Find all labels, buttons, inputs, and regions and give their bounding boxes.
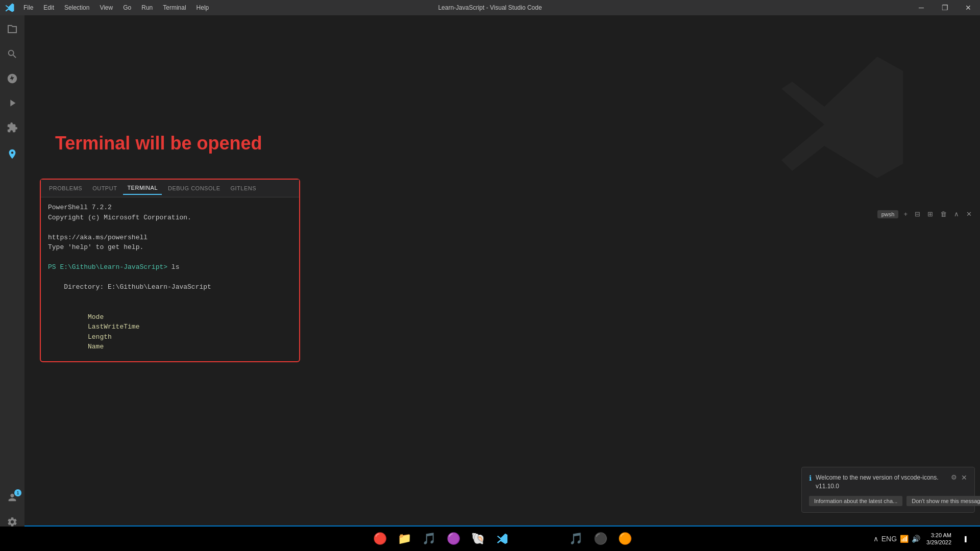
- terminal-tab-bar: PROBLEMS OUTPUT TERMINAL DEBUG CONSOLE G…: [41, 180, 299, 197]
- search-icon[interactable]: [0, 42, 24, 66]
- close-button[interactable]: ✕: [957, 0, 980, 15]
- activity-bar: 1: [0, 15, 24, 538]
- notif-buttons: Information about the latest cha... Don'…: [809, 496, 967, 506]
- term-line-empty2: [48, 292, 292, 303]
- accounts-icon[interactable]: 1: [0, 485, 24, 510]
- taskbar-app8[interactable]: 🗂: [540, 528, 562, 550]
- taskbar-vscode[interactable]: [491, 528, 513, 550]
- window-title: Learn-JavaScript - Visual Studio Code: [438, 4, 542, 11]
- menu-help[interactable]: Help: [191, 2, 214, 13]
- shell-label[interactable]: pwsh: [877, 210, 899, 218]
- sys-tray-volume[interactable]: 🔊: [912, 535, 920, 543]
- taskbar-brave[interactable]: 🔴: [369, 528, 391, 550]
- term-line-dir: Directory: E:\Github\Learn-JavaScript: [48, 282, 292, 292]
- clock-date: 3/29/2022: [926, 539, 951, 546]
- terminal-panel: PROBLEMS OUTPUT TERMINAL DEBUG CONSOLE G…: [40, 179, 300, 362]
- sys-tray-chevron[interactable]: ∧: [873, 535, 878, 543]
- term-line-5: Type 'help' to get help.: [48, 242, 292, 253]
- clock-time: 3:20 AM: [926, 532, 951, 539]
- taskbar-explorer[interactable]: 📁: [393, 528, 415, 550]
- notif-dismiss-button[interactable]: Don't show me this message next ...: [906, 496, 980, 506]
- notification-popup: ℹ Welcome to the new version of vscode-i…: [801, 467, 975, 513]
- term-line-6: [48, 253, 292, 263]
- remote-explorer-icon[interactable]: [0, 142, 24, 166]
- extensions-icon[interactable]: [0, 115, 24, 140]
- panel-layout-button[interactable]: ⊞: [925, 209, 935, 219]
- tab-output[interactable]: OUTPUT: [88, 182, 121, 194]
- menu-selection[interactable]: Selection: [59, 2, 94, 13]
- notif-close-button[interactable]: ✕: [961, 473, 967, 482]
- notif-header: ℹ Welcome to the new version of vscode-i…: [809, 473, 967, 491]
- sys-tray-wifi[interactable]: 📶: [900, 535, 909, 543]
- taskbar-notion[interactable]: 🗒: [516, 528, 538, 550]
- titlebar-left: File Edit Selection View Go Run Terminal…: [4, 2, 214, 13]
- menu-run[interactable]: Run: [136, 2, 158, 13]
- taskbar-right: ∧ ENG 📶 🔊 3:20 AM 3/29/2022 ▐: [873, 528, 976, 550]
- menu-go[interactable]: Go: [118, 2, 136, 13]
- term-line-1: PowerShell 7.2.2: [48, 203, 292, 213]
- term-line-empty: [48, 272, 292, 283]
- explorer-icon[interactable]: [0, 17, 24, 42]
- terminal-toolbar: pwsh + ⊟ ⊞ 🗑 ∧ ✕: [877, 209, 974, 219]
- taskbar-music[interactable]: 🎵: [565, 528, 587, 550]
- tab-debug-console[interactable]: DEBUG CONSOLE: [164, 182, 224, 194]
- sys-tray-lang[interactable]: ENG: [881, 535, 897, 543]
- editor-area: Terminal will be opened PROBLEMS OUTPUT …: [24, 15, 980, 538]
- taskbar-spotify[interactable]: 🎵: [418, 528, 440, 550]
- main-layout: 1 Terminal will be opened PROBLEMS OUTPU…: [0, 15, 980, 538]
- taskbar: ⊞ 🔴 📁 🎵 🟣 🐚 🗒 🗂 🎵 ⚫ 🟠 ∧ ENG 📶 🔊 3:20 AM …: [0, 527, 980, 551]
- split-terminal-button[interactable]: ⊟: [913, 209, 922, 219]
- maximize-button[interactable]: ❐: [933, 0, 957, 15]
- tab-terminal[interactable]: TERMINAL: [123, 182, 162, 195]
- titlebar-menu: File Edit Selection View Go Run Terminal…: [18, 2, 214, 13]
- maximize-panel-button[interactable]: ∧: [952, 209, 961, 219]
- accounts-badge: 1: [14, 489, 21, 496]
- menu-terminal[interactable]: Terminal: [158, 2, 191, 13]
- term-line-2: Copyright (c) Microsoft Corporation.: [48, 213, 292, 223]
- close-panel-button[interactable]: ✕: [964, 209, 974, 219]
- menu-edit[interactable]: Edit: [38, 2, 59, 13]
- run-debug-icon[interactable]: [0, 91, 24, 115]
- notif-info-icon: ℹ: [809, 474, 812, 482]
- show-desktop-button[interactable]: ▐: [953, 528, 976, 550]
- add-terminal-button[interactable]: +: [901, 209, 910, 219]
- vscode-watermark: [766, 41, 919, 194]
- taskbar-terminal[interactable]: 🐚: [467, 528, 489, 550]
- notif-info-button[interactable]: Information about the latest cha...: [809, 496, 902, 506]
- term-line-4: https://aka.ms/powershell: [48, 233, 292, 243]
- minimize-button[interactable]: ─: [910, 0, 933, 15]
- tab-gitlens[interactable]: GITLENS: [226, 182, 260, 194]
- taskbar-app4[interactable]: 🟣: [442, 528, 464, 550]
- menu-view[interactable]: View: [94, 2, 118, 13]
- menu-file[interactable]: File: [18, 2, 38, 13]
- notif-message: Welcome to the new version of vscode-ico…: [816, 473, 947, 491]
- sys-tray: ∧ ENG 📶 🔊: [873, 535, 920, 543]
- titlebar: File Edit Selection View Go Run Terminal…: [0, 0, 980, 15]
- notif-gear-icon[interactable]: ⚙: [951, 473, 957, 481]
- start-button[interactable]: ⊞: [344, 528, 366, 550]
- term-line-cmd: PS E:\Github\Learn-JavaScript> ls: [48, 262, 292, 272]
- term-table-header: Mode LastWriteTime Length Name: [48, 302, 292, 361]
- terminal-content[interactable]: PowerShell 7.2.2 Copyright (c) Microsoft…: [41, 197, 299, 361]
- taskbar-clock[interactable]: 3:20 AM 3/29/2022: [926, 532, 951, 546]
- terminal-heading-text: Terminal will be opened: [55, 133, 262, 154]
- vscode-logo: [4, 2, 15, 13]
- tab-problems[interactable]: PROBLEMS: [45, 182, 86, 194]
- term-line-3: [48, 222, 292, 233]
- taskbar-circle[interactable]: ⚫: [589, 528, 611, 550]
- window-controls: ─ ❐ ✕: [910, 0, 980, 15]
- taskbar-orange[interactable]: 🟠: [614, 528, 636, 550]
- trash-terminal-button[interactable]: 🗑: [938, 209, 949, 219]
- source-control-icon[interactable]: [0, 66, 24, 91]
